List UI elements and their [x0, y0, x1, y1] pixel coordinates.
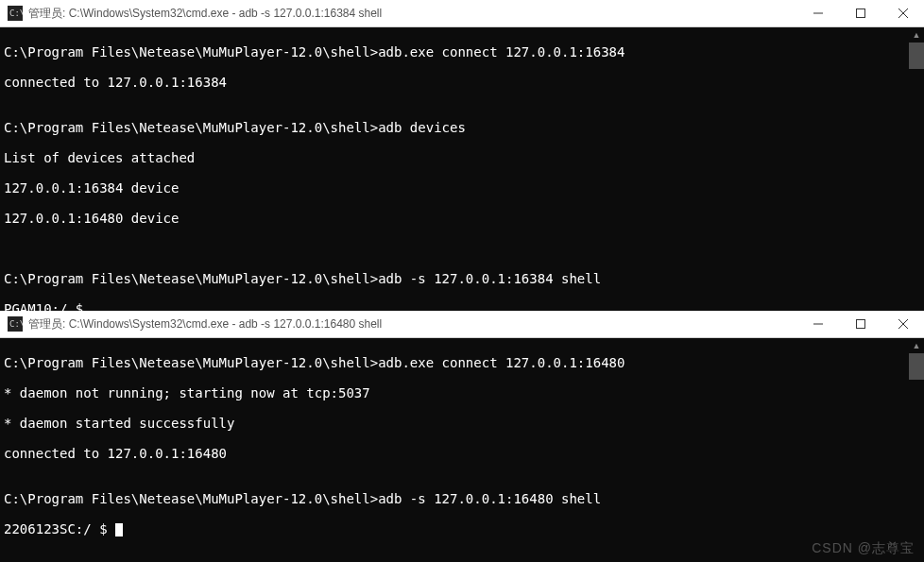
output-line: * daemon started successfully: [4, 416, 920, 431]
window-title: 管理员: C:\Windows\System32\cmd.exe - adb -…: [28, 316, 796, 332]
minimize-button[interactable]: [796, 0, 839, 26]
maximize-button[interactable]: [839, 311, 881, 337]
output-line: C:\Program Files\Netease\MuMuPlayer-12.0…: [4, 355, 920, 370]
output-line: C:\Program Files\Netease\MuMuPlayer-12.0…: [4, 44, 920, 60]
cmd-window-2: C:\ 管理员: C:\Windows\System32\cmd.exe - a…: [0, 311, 924, 562]
terminal-output[interactable]: C:\Program Files\Netease\MuMuPlayer-12.0…: [0, 338, 924, 562]
scroll-up-arrow-icon[interactable]: ▲: [909, 27, 924, 43]
window-controls: [796, 311, 924, 337]
output-line: C:\Program Files\Netease\MuMuPlayer-12.0…: [4, 491, 920, 506]
title-bar[interactable]: C:\ 管理员: C:\Windows\System32\cmd.exe - a…: [0, 0, 924, 27]
title-bar[interactable]: C:\ 管理员: C:\Windows\System32\cmd.exe - a…: [0, 311, 924, 338]
svg-rect-9: [856, 320, 864, 329]
window-controls: [796, 0, 924, 26]
cmd-icon: C:\: [8, 6, 23, 21]
scrollbar-thumb[interactable]: [909, 43, 924, 69]
terminal-output[interactable]: C:\Program Files\Netease\MuMuPlayer-12.0…: [0, 27, 924, 311]
output-line: connected to 127.0.0.1:16384: [4, 75, 920, 90]
output-line: 127.0.0.1:16480 device: [4, 211, 920, 226]
cmd-window-1: C:\ 管理员: C:\Windows\System32\cmd.exe - a…: [0, 0, 924, 311]
output-line: C:\Program Files\Netease\MuMuPlayer-12.0…: [4, 120, 920, 135]
cursor: [115, 523, 123, 536]
output-line: 127.0.0.1:16384 device: [4, 180, 920, 196]
scroll-up-arrow-icon[interactable]: ▲: [909, 338, 924, 353]
close-button[interactable]: [881, 0, 924, 26]
shell-prompt: PGAM10:/ $: [4, 301, 920, 311]
output-line: List of devices attached: [4, 150, 920, 165]
maximize-button[interactable]: [839, 0, 881, 26]
svg-rect-3: [856, 9, 864, 18]
shell-prompt: 2206123SC:/ $: [4, 521, 920, 536]
svg-text:C:\: C:\: [9, 9, 23, 18]
close-button[interactable]: [881, 311, 924, 337]
output-line: connected to 127.0.0.1:16480: [4, 446, 920, 461]
window-title: 管理员: C:\Windows\System32\cmd.exe - adb -…: [28, 6, 796, 22]
scrollbar-thumb[interactable]: [909, 353, 924, 380]
output-line: * daemon not running; starting now at tc…: [4, 385, 920, 400]
output-line: C:\Program Files\Netease\MuMuPlayer-12.0…: [4, 271, 920, 286]
cmd-icon: C:\: [8, 316, 23, 332]
minimize-button[interactable]: [796, 311, 839, 337]
svg-text:C:\: C:\: [9, 319, 23, 329]
